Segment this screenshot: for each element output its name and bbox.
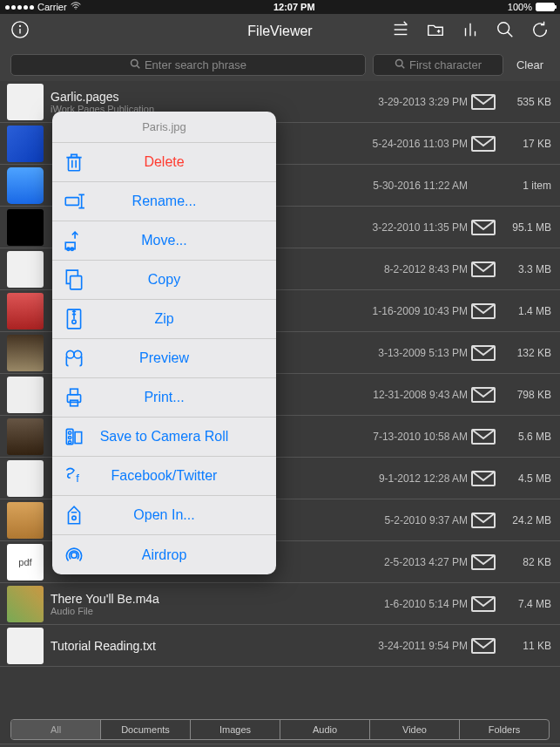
filter-images[interactable]: Images xyxy=(191,720,280,739)
filter-video[interactable]: Video xyxy=(370,720,460,739)
mail-icon[interactable] xyxy=(468,429,499,445)
filter-folders[interactable]: Folders xyxy=(460,720,549,739)
menu-label: Preview xyxy=(96,350,276,366)
print-icon xyxy=(52,386,96,409)
menu-trash[interactable]: Delete xyxy=(52,143,276,182)
mail-icon[interactable] xyxy=(468,638,499,654)
new-folder-button[interactable] xyxy=(426,20,445,43)
search-icon xyxy=(395,58,405,71)
file-name: There You'll Be.m4a xyxy=(51,592,354,606)
file-thumbnail xyxy=(7,167,44,204)
menu-label: Print... xyxy=(96,390,276,405)
mail-icon[interactable] xyxy=(468,513,499,528)
zip-icon xyxy=(52,308,96,330)
file-meta: There You'll Be.m4a Audio File xyxy=(51,592,354,616)
file-date: 5-24-2016 11:03 PM xyxy=(354,138,468,150)
first-char-placeholder: First character xyxy=(409,58,482,71)
file-date: 2-5-2013 4:27 PM xyxy=(354,556,468,568)
file-date: 3-24-2011 9:54 PM xyxy=(354,640,468,652)
menu-move[interactable]: Move... xyxy=(52,221,276,261)
svg-line-17 xyxy=(401,65,404,68)
mail-icon[interactable] xyxy=(468,261,499,277)
svg-point-3 xyxy=(20,25,21,26)
file-date: 3-13-2009 5:13 PM xyxy=(354,347,468,359)
rename-icon xyxy=(52,190,96,213)
menu-airdrop[interactable]: Airdrop xyxy=(52,535,276,574)
file-meta: Garlic.pages iWork Pages Publication xyxy=(51,90,354,114)
airdrop-icon xyxy=(52,544,96,567)
file-size: 17 KB xyxy=(499,138,551,150)
refresh-button[interactable] xyxy=(530,20,550,43)
menu-preview[interactable]: Preview xyxy=(52,339,276,378)
file-name: Garlic.pages xyxy=(51,90,354,104)
search-input[interactable]: Enter search phrase xyxy=(10,54,366,76)
mail-icon[interactable] xyxy=(468,345,499,361)
status-bar: Carrier 12:07 PM 100% xyxy=(0,0,560,14)
menu-label: Open In... xyxy=(96,507,276,523)
filter-bar: AllDocumentsImagesAudioVideoFolders xyxy=(10,719,550,740)
file-date: 7-13-2010 10:58 AM xyxy=(354,431,468,443)
clear-button[interactable]: Clear xyxy=(510,54,550,76)
file-thumbnail: pdf xyxy=(7,544,44,581)
menu-rename[interactable]: Rename... xyxy=(52,182,276,221)
file-date: 3-22-2010 11:35 PM xyxy=(354,221,468,234)
menu-print[interactable]: Print... xyxy=(52,378,276,418)
mail-icon[interactable] xyxy=(468,554,499,570)
file-date: 8-2-2012 8:43 PM xyxy=(354,263,468,275)
file-date: 3-29-2013 3:29 PM xyxy=(354,96,468,108)
menu-label: Airdrop xyxy=(96,547,276,563)
file-date: 9-1-2012 12:28 AM xyxy=(354,472,468,485)
search-placeholder: Enter search phrase xyxy=(145,58,246,71)
svg-text:f: f xyxy=(76,472,79,485)
file-size: 4.5 MB xyxy=(499,472,551,485)
mail-icon[interactable] xyxy=(468,596,499,612)
menu-camera-roll[interactable]: Save to Camera Roll xyxy=(52,418,276,457)
wifi-icon xyxy=(71,2,81,12)
menu-copy[interactable]: Copy xyxy=(52,261,276,300)
menu-zip[interactable]: Zip xyxy=(52,300,276,339)
menu-open-in[interactable]: Open In... xyxy=(52,496,276,535)
mail-icon[interactable] xyxy=(468,94,499,110)
first-char-input[interactable]: First character xyxy=(373,54,503,76)
app-title: FileViewer xyxy=(247,24,312,39)
sort-button[interactable] xyxy=(461,20,480,43)
svg-point-0 xyxy=(75,8,76,9)
mail-icon[interactable] xyxy=(468,471,499,486)
mail-icon[interactable] xyxy=(468,136,499,152)
search-row: Enter search phrase First character Clea… xyxy=(0,49,560,81)
svg-point-72 xyxy=(71,552,78,558)
filter-all[interactable]: All xyxy=(11,720,101,739)
filter-audio[interactable]: Audio xyxy=(280,720,370,739)
file-thumbnail xyxy=(7,418,44,455)
menu-social[interactable]: f Facebook/Twitter xyxy=(52,457,276,496)
filter-documents[interactable]: Documents xyxy=(101,720,191,739)
svg-point-65 xyxy=(69,431,71,434)
file-thumbnail xyxy=(7,460,44,497)
info-button[interactable] xyxy=(10,20,30,43)
file-thumbnail xyxy=(7,335,44,371)
search-icon xyxy=(130,58,140,71)
file-thumbnail xyxy=(7,126,44,162)
mail-icon[interactable] xyxy=(468,387,499,403)
move-icon xyxy=(52,229,96,252)
list-edit-button[interactable] xyxy=(391,20,410,43)
battery-pct: 100% xyxy=(508,2,532,12)
mail-icon[interactable] xyxy=(468,303,499,319)
menu-label: Rename... xyxy=(96,194,276,209)
svg-point-66 xyxy=(69,436,71,438)
file-thumbnail xyxy=(7,586,44,622)
svg-rect-63 xyxy=(71,400,78,406)
svg-rect-53 xyxy=(71,276,82,289)
clock: 12:07 PM xyxy=(273,2,315,12)
file-row[interactable]: There You'll Be.m4a Audio File 1-6-2010 … xyxy=(0,583,560,625)
svg-point-14 xyxy=(131,60,138,67)
search-button[interactable] xyxy=(496,20,515,43)
file-date: 5-2-2010 9:37 AM xyxy=(354,514,468,526)
menu-label: Move... xyxy=(96,233,276,248)
file-row[interactable]: Tutorial Reading.txt 3-24-2011 9:54 PM 1… xyxy=(0,625,560,667)
file-meta: Tutorial Reading.txt xyxy=(51,639,354,653)
file-thumbnail xyxy=(7,293,44,329)
carrier: Carrier xyxy=(37,2,67,12)
mail-icon[interactable] xyxy=(468,220,499,235)
nav-bar: FileViewer xyxy=(0,14,560,49)
